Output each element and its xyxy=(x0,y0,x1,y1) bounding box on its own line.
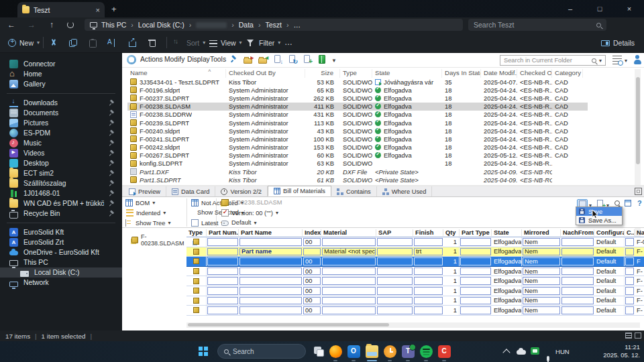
file-row[interactable]: F-00238.SLDASM System Administrator 411 … xyxy=(127,103,588,111)
cell-finish[interactable]: trt xyxy=(416,248,421,255)
bom-column-header[interactable]: Index xyxy=(303,229,321,236)
menu-actions[interactable]: Actions xyxy=(140,56,163,63)
copy-icon[interactable] xyxy=(68,38,78,48)
file-row[interactable]: 3J35434-01 - Teszt.SLDPRT Kiss Tibor 53 … xyxy=(127,78,588,86)
cut-icon[interactable] xyxy=(48,38,58,48)
file-row[interactable]: Part1.SLDPRT Kiss Tibor 61 KB SOLIDWOR..… xyxy=(127,176,588,184)
chevron-down-icon[interactable]: ▾ xyxy=(625,58,627,64)
rename-icon[interactable] xyxy=(107,38,117,48)
bom-row[interactable]: 00 1 Elfogadva Nem Default F xyxy=(186,257,644,267)
bom-column-header[interactable]: Type xyxy=(186,229,207,236)
sidebar-item[interactable]: EuroSolid Zrt xyxy=(0,237,122,247)
vault-icon[interactable] xyxy=(317,54,327,65)
sort-button[interactable]: Sort ▾ xyxy=(173,36,205,50)
sidebar-item[interactable]: Recycle Bin xyxy=(0,208,122,219)
spotify-icon[interactable] xyxy=(420,345,433,358)
cell-mirrored[interactable]: Nem xyxy=(525,248,538,255)
bom-column-header[interactable]: Qty xyxy=(443,229,460,236)
bom-column-header[interactable]: Part Type xyxy=(460,229,492,236)
get-version-icon[interactable]: ↻ xyxy=(287,54,298,65)
details-view-icon[interactable] xyxy=(625,333,632,339)
show-tree-button[interactable]: Show Tree▾ xyxy=(125,219,170,227)
sidebar-item[interactable]: 1J01468-01 xyxy=(0,188,122,198)
cell-part-name[interactable]: Part name xyxy=(241,248,272,255)
forward-icon[interactable]: → xyxy=(25,19,38,31)
latest-button[interactable]: Latest▾ xyxy=(191,219,223,227)
bom-row[interactable]: 00 1 Elfogadva Nem Default F- xyxy=(186,267,644,277)
sidebar-item[interactable]: OneDrive - EuroSolid Kft xyxy=(0,247,122,257)
cell-index[interactable]: 00 xyxy=(305,258,312,265)
help-icon[interactable]: ? xyxy=(636,199,644,209)
menu-display[interactable]: Display xyxy=(187,56,210,63)
refresh-icon[interactable] xyxy=(67,21,74,28)
bom-column-header[interactable]: Part Name xyxy=(239,229,303,236)
cell-mirrored[interactable]: Nem xyxy=(525,268,538,275)
new-button[interactable]: New ▾ xyxy=(8,36,40,50)
panel-tab[interactable]: Preview xyxy=(123,186,166,196)
pin-icon[interactable] xyxy=(231,56,237,62)
bom-type-button[interactable]: BOM▾ xyxy=(125,199,155,206)
explorer-tab[interactable]: Teszt × xyxy=(17,2,105,17)
sidebar-item[interactable]: Local Disk (C:) xyxy=(0,267,122,278)
panel-tab[interactable]: Data Card xyxy=(166,186,215,196)
file-row[interactable]: F-00240.sldprt System Administrator 43 K… xyxy=(127,127,588,135)
sidebar-item[interactable]: ES-PDM xyxy=(0,128,122,138)
file-row[interactable]: F-00237.SLDPRT System Administrator 262 … xyxy=(127,94,588,102)
sidebar-item[interactable]: Szállítószalag xyxy=(0,178,122,188)
sidebar-item[interactable]: Desktop xyxy=(0,158,122,168)
cell-mirrored[interactable]: Nem xyxy=(525,278,538,284)
bom-row[interactable]: Part name Material <not specified> trt 1… xyxy=(186,247,644,257)
cell-index[interactable]: 00 xyxy=(305,297,312,304)
sidebar-item[interactable]: Music xyxy=(0,138,122,148)
sidebar-item[interactable]: Videos xyxy=(0,148,122,158)
onedrive-icon[interactable] xyxy=(517,347,526,356)
bom-row[interactable]: 00 1 Elfogadva Nem Default F-0 xyxy=(186,237,644,247)
clock-icon[interactable] xyxy=(384,345,396,358)
sidebar-item[interactable]: Downloads xyxy=(0,98,122,108)
scrollbar-thumb[interactable] xyxy=(636,77,640,164)
paste-icon[interactable] xyxy=(87,38,97,48)
panel-tab[interactable]: Bill of Materials xyxy=(268,186,331,196)
cell-index[interactable]: 00 xyxy=(305,239,312,245)
menu-item[interactable]: Save xyxy=(576,207,622,216)
view-button[interactable]: View ▾ xyxy=(209,36,242,50)
file-row[interactable]: F-00196.sldprt System Administrator 65 K… xyxy=(127,86,588,94)
bom-column-header[interactable]: SAP xyxy=(376,229,413,236)
sidebar-item[interactable]: Connector xyxy=(0,59,122,69)
breadcrumb-item[interactable]: … xyxy=(282,21,301,29)
file-row[interactable]: F-00239.SLDPRT System Administrator 113 … xyxy=(127,119,588,127)
file-row[interactable]: F-00242.sldprt System Administrator 153 … xyxy=(127,143,588,152)
taskbar-search[interactable] xyxy=(217,344,306,359)
thumbnail-view-icon[interactable] xyxy=(635,333,641,339)
breadcrumb-item[interactable]: Data xyxy=(227,21,254,29)
bom-row[interactable]: 00 1 Elfogadva Nem Default F- xyxy=(186,286,644,296)
pdm-search[interactable]: ▾ xyxy=(500,55,606,66)
scrollbar-thumb[interactable] xyxy=(188,323,389,326)
up-icon[interactable]: ↑ xyxy=(46,19,58,31)
expand-panel-icon[interactable] xyxy=(635,188,642,195)
panel-tab[interactable]: Version 2/2 xyxy=(215,186,268,196)
cell-index[interactable]: 00 xyxy=(305,288,312,294)
bom-column-header[interactable]: NachFrom xyxy=(561,229,594,236)
search-list-icon[interactable] xyxy=(612,56,622,64)
configuration-button[interactable]: Default▾ xyxy=(221,219,256,226)
explorer-search-input[interactable] xyxy=(474,21,596,29)
mic-icon[interactable] xyxy=(543,356,553,362)
check-in-icon[interactable]: ◂ xyxy=(258,54,268,65)
file-row[interactable]: F-00267.SLDPRT System Administrator 60 K… xyxy=(127,152,588,160)
user-icon[interactable] xyxy=(633,55,642,65)
details-button[interactable]: Details xyxy=(601,36,635,50)
language-indicator[interactable]: HUN xyxy=(555,348,570,355)
chevron-up-icon[interactable] xyxy=(504,347,513,356)
more-icon[interactable]: … xyxy=(284,38,293,47)
maximize-button[interactable]: □ xyxy=(585,0,614,17)
panel-tab[interactable]: Contains xyxy=(331,186,377,196)
close-tab-icon[interactable]: × xyxy=(96,6,100,14)
cell-mirrored[interactable]: Nem xyxy=(525,239,538,245)
explorer-search[interactable] xyxy=(468,19,606,31)
cell-index[interactable]: 00 xyxy=(305,268,312,275)
bom-column-header[interactable]: Finish xyxy=(413,229,443,236)
menu-item[interactable]: Save As... xyxy=(576,216,622,225)
start-icon[interactable] xyxy=(199,347,208,356)
c-app-icon[interactable] xyxy=(438,345,451,358)
